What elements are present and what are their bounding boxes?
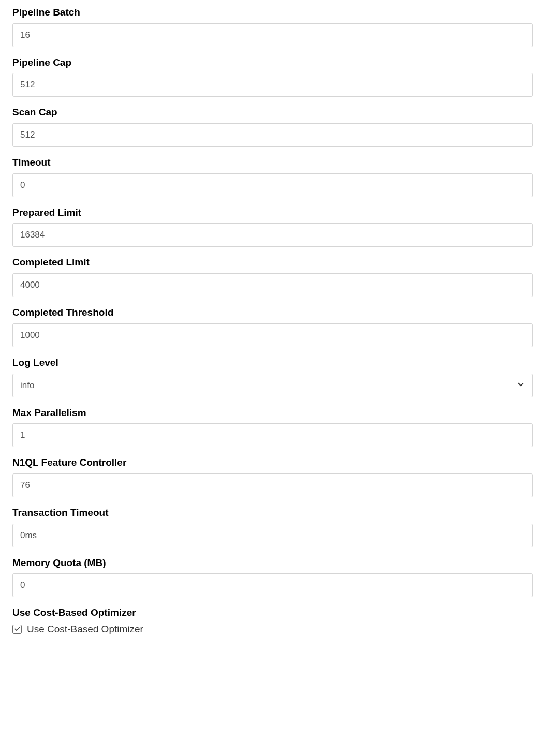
label-completed-threshold: Completed Threshold [12,306,533,319]
field-memory-quota: Memory Quota (MB) [12,557,533,598]
label-transaction-timeout: Transaction Timeout [12,507,533,520]
field-completed-limit: Completed Limit [12,256,533,297]
input-pipeline-cap[interactable] [12,73,533,97]
label-completed-limit: Completed Limit [12,256,533,269]
input-timeout[interactable] [12,173,533,197]
input-scan-cap[interactable] [12,123,533,147]
label-use-cbo: Use Cost-Based Optimizer [12,606,533,619]
field-pipeline-batch: Pipeline Batch [12,6,533,47]
label-n1ql-feature-controller: N1QL Feature Controller [12,456,533,469]
label-scan-cap: Scan Cap [12,106,533,119]
field-prepared-limit: Prepared Limit [12,206,533,247]
field-completed-threshold: Completed Threshold [12,306,533,347]
input-max-parallelism[interactable] [12,423,533,447]
checkbox-row-use-cbo: Use Cost-Based Optimizer [12,624,533,635]
input-memory-quota[interactable] [12,573,533,597]
label-prepared-limit: Prepared Limit [12,206,533,219]
select-wrap-log-level: info [12,374,533,397]
checkbox-use-cbo[interactable] [12,625,22,634]
field-log-level: Log Level info [12,357,533,397]
field-n1ql-feature-controller: N1QL Feature Controller [12,456,533,497]
field-pipeline-cap: Pipeline Cap [12,56,533,97]
label-timeout: Timeout [12,156,533,169]
field-max-parallelism: Max Parallelism [12,407,533,448]
input-completed-threshold[interactable] [12,323,533,347]
field-transaction-timeout: Transaction Timeout [12,507,533,547]
input-transaction-timeout[interactable] [12,524,533,547]
label-memory-quota: Memory Quota (MB) [12,557,533,570]
select-log-level[interactable]: info [12,374,533,397]
checkbox-label-use-cbo: Use Cost-Based Optimizer [27,624,143,635]
input-pipeline-batch[interactable] [12,23,533,47]
input-completed-limit[interactable] [12,273,533,297]
label-pipeline-batch: Pipeline Batch [12,6,533,19]
input-prepared-limit[interactable] [12,223,533,247]
settings-form: Pipeline Batch Pipeline Cap Scan Cap Tim… [0,0,545,647]
input-n1ql-feature-controller[interactable] [12,473,533,497]
checkmark-icon [14,626,21,632]
field-scan-cap: Scan Cap [12,106,533,147]
label-log-level: Log Level [12,357,533,369]
label-pipeline-cap: Pipeline Cap [12,56,533,69]
field-use-cbo: Use Cost-Based Optimizer Use Cost-Based … [12,606,533,635]
label-max-parallelism: Max Parallelism [12,407,533,420]
field-timeout: Timeout [12,156,533,197]
